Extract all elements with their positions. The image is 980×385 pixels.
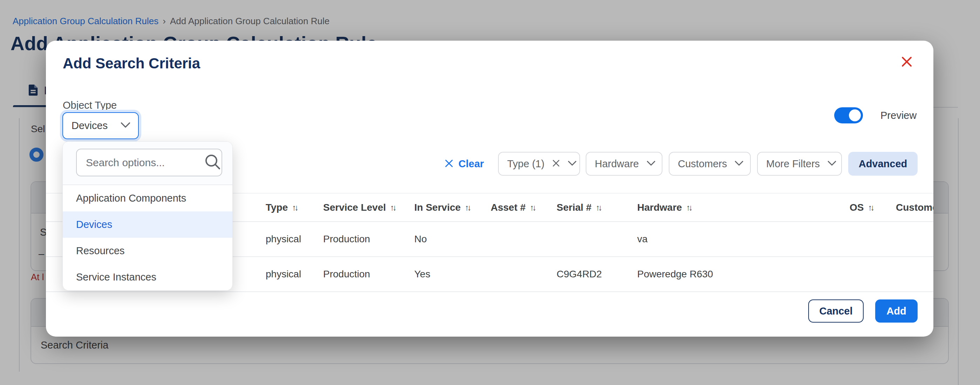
cell-in-service: No	[414, 234, 491, 245]
cell-type: physical	[266, 269, 323, 280]
cancel-button[interactable]: Cancel	[808, 299, 864, 323]
add-search-criteria-modal: Add Search Criteria Object Type Devices …	[46, 41, 933, 337]
cell-service-level: Production	[323, 234, 414, 245]
column-header-customers[interactable]: Customers ↑↓	[896, 202, 933, 213]
column-label: Type	[266, 202, 288, 213]
object-type-label: Object Type	[63, 100, 117, 111]
sort-icon: ↑↓	[390, 203, 395, 213]
advanced-button[interactable]: Advanced	[848, 152, 918, 176]
filter-pill-type[interactable]: Type (1)	[498, 152, 580, 176]
chevron-down-icon	[568, 161, 577, 167]
sort-icon: ↑↓	[596, 203, 601, 213]
remove-filter-icon[interactable]	[552, 159, 560, 169]
clear-filters-button[interactable]: Clear	[444, 152, 484, 176]
sort-icon: ↑↓	[292, 203, 297, 213]
sort-icon: ↑↓	[530, 203, 535, 213]
search-options-input[interactable]	[76, 149, 222, 177]
filter-pill-type-label: Type (1)	[507, 158, 544, 170]
dropdown-option-service-instances[interactable]: Service Instances	[63, 264, 232, 290]
column-label: Customers	[896, 202, 933, 213]
chevron-down-icon	[827, 161, 836, 167]
sort-icon: ↑↓	[465, 203, 470, 213]
object-type-select[interactable]: Devices	[62, 112, 139, 139]
filter-pill-customers-label: Customers	[678, 158, 727, 170]
column-label: Asset #	[491, 202, 526, 213]
sort-icon: ↑↓	[868, 203, 873, 213]
filter-pill-customers[interactable]: Customers	[669, 152, 751, 176]
close-icon[interactable]	[897, 52, 916, 72]
filter-pill-more-filters-label: More Filters	[766, 158, 820, 170]
chevron-down-icon	[121, 122, 130, 129]
column-label: OS	[850, 202, 864, 213]
dropdown-option-application-components[interactable]: Application Components	[63, 185, 232, 212]
sort-icon: ↑↓	[686, 203, 691, 213]
column-label: Serial #	[557, 202, 592, 213]
cell-service-level: Production	[323, 269, 414, 280]
preview-label: Preview	[880, 110, 916, 121]
toggle-knob	[849, 110, 861, 121]
chevron-down-icon	[647, 161, 655, 167]
cell-type: physical	[266, 234, 323, 245]
clear-x-icon	[444, 159, 453, 169]
preview-control: Preview	[834, 107, 916, 123]
dropdown-option-resources[interactable]: Resources	[63, 238, 232, 264]
column-label: In Service	[414, 202, 461, 213]
dropdown-option-devices[interactable]: Devices	[63, 212, 232, 238]
cell-hardware: Poweredge R630	[637, 269, 850, 280]
filter-pill-hardware-label: Hardware	[595, 158, 639, 170]
column-header-serial[interactable]: Serial # ↑↓	[557, 202, 637, 213]
preview-toggle[interactable]	[834, 107, 863, 123]
screen: Application Group Calculation Rules › Ad…	[0, 0, 980, 385]
cell-serial: C9G4RD2	[557, 269, 637, 280]
clear-label: Clear	[458, 158, 484, 170]
column-label: Service Level	[323, 202, 386, 213]
column-header-os[interactable]: OS ↑↓	[850, 202, 896, 213]
dropdown-search-section	[63, 142, 232, 185]
object-type-dropdown-panel: Application Components Devices Resources…	[62, 141, 233, 291]
add-button[interactable]: Add	[875, 299, 918, 323]
column-header-in-service[interactable]: In Service ↑↓	[414, 202, 491, 213]
column-header-service-level[interactable]: Service Level ↑↓	[323, 202, 414, 213]
filter-pill-more-filters[interactable]: More Filters	[757, 152, 842, 176]
column-header-hardware[interactable]: Hardware ↑↓	[637, 202, 850, 213]
column-header-type[interactable]: Type ↑↓	[266, 202, 323, 213]
column-header-asset[interactable]: Asset # ↑↓	[491, 202, 557, 213]
object-type-selected-value: Devices	[72, 120, 108, 132]
filter-pill-hardware[interactable]: Hardware	[586, 152, 662, 176]
modal-title: Add Search Criteria	[63, 55, 200, 72]
column-label: Hardware	[637, 202, 682, 213]
cell-in-service: Yes	[414, 269, 491, 280]
chevron-down-icon	[735, 161, 743, 167]
cell-hardware: va	[637, 234, 850, 245]
